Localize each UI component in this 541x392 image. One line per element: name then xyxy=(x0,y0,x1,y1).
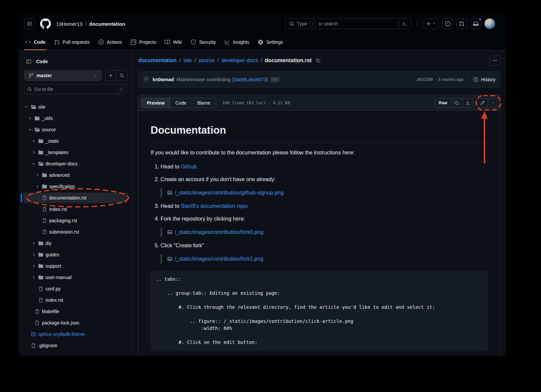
tree-item-submission.rst[interactable]: submission.rst xyxy=(23,227,128,237)
copy-path-button[interactable] xyxy=(313,56,323,65)
tab-security[interactable]: Security xyxy=(187,34,219,50)
image-link[interactable]: /_static/images/contribution/fork1.png xyxy=(175,255,263,263)
tree-item-advanced[interactable]: advanced xyxy=(23,170,128,180)
image-blockquote: /_static/images/contribution/github-sign… xyxy=(161,188,488,198)
copy-raw-button[interactable] xyxy=(451,99,462,107)
tab-wiki[interactable]: Wiki xyxy=(161,34,185,50)
tree-item-index.rst[interactable]: index.rst xyxy=(23,295,128,305)
download-button[interactable] xyxy=(462,99,473,107)
user-avatar[interactable] xyxy=(484,18,495,29)
tree-item-guides[interactable]: guides xyxy=(23,249,128,260)
chevron-down-icon[interactable] xyxy=(31,162,36,166)
image-link[interactable]: /_static/images/contribution/fork0.png xyxy=(175,228,263,236)
raw-button[interactable]: Raw xyxy=(435,99,451,107)
edit-actions-group xyxy=(477,98,498,108)
commit-pr-link[interactable]: Start9Labs#373 xyxy=(233,77,266,82)
tab-insights[interactable]: Insights xyxy=(221,34,252,50)
tree-item-_utils[interactable]: _utils xyxy=(23,113,128,124)
tree-item-developer-docs[interactable]: developer-docs xyxy=(23,158,128,169)
view-tab-preview[interactable]: Preview xyxy=(141,98,170,108)
breadcrumb-link-site[interactable]: site xyxy=(183,57,192,63)
caret-down-icon xyxy=(94,74,97,77)
global-search-input[interactable]: Type / to search xyxy=(285,18,411,29)
step-text: Head to xyxy=(161,203,181,209)
command-palette-icon[interactable] xyxy=(402,21,408,26)
main-content: documentation/site/source/developer-docs… xyxy=(133,50,506,356)
tree-item-diy[interactable]: diy xyxy=(23,238,128,249)
breadcrumb-link-source[interactable]: source xyxy=(198,57,214,63)
tree-item-_static[interactable]: _static xyxy=(23,136,128,146)
add-file-button[interactable] xyxy=(105,71,116,81)
tree-item-index.rst[interactable]: index.rst xyxy=(23,204,128,215)
chevron-right-icon[interactable] xyxy=(28,116,32,120)
slash-keycap: / xyxy=(310,21,316,27)
chevron-right-icon[interactable] xyxy=(31,241,36,245)
commit-author-avatar[interactable] xyxy=(143,76,150,83)
create-new-button[interactable] xyxy=(422,18,439,29)
download-icon xyxy=(465,101,470,105)
breadcrumb-link-documentation[interactable]: documentation xyxy=(138,57,177,63)
chevron-right-icon[interactable] xyxy=(31,253,36,257)
tree-item-_templates[interactable]: _templates xyxy=(23,147,128,158)
breadcrumb-link-developer-docs[interactable]: developer-docs xyxy=(221,57,258,63)
pull-requests-button[interactable] xyxy=(456,18,467,29)
repo-link[interactable]: documentation xyxy=(89,21,125,27)
inbox-button[interactable] xyxy=(470,18,481,29)
tree-item-user-manual[interactable]: user-manual xyxy=(23,272,128,283)
tree-item-source[interactable]: source xyxy=(23,124,128,135)
github-logo[interactable] xyxy=(40,18,51,29)
chevron-right-icon[interactable] xyxy=(31,150,36,154)
collapse-sidebar-button[interactable] xyxy=(24,57,33,66)
step-link[interactable]: Github. xyxy=(181,164,198,169)
tree-item-documentation.rst[interactable]: documentation.rst xyxy=(23,192,128,203)
go-to-file-input[interactable]: Go to file t xyxy=(24,84,127,94)
view-tab-code[interactable]: Code xyxy=(170,98,192,108)
step-link[interactable]: Start9's documentation repo. xyxy=(181,203,249,209)
edit-dropdown-button[interactable] xyxy=(488,99,497,107)
chevron-down-icon[interactable] xyxy=(28,128,32,132)
more-options-button[interactable] xyxy=(490,55,501,66)
issues-button[interactable] xyxy=(442,18,453,29)
chevron-right-icon[interactable] xyxy=(31,139,36,143)
tree-item-site[interactable]: site xyxy=(23,102,128,112)
owner-link[interactable]: 13Homer13 xyxy=(56,21,82,27)
tree-item-support[interactable]: support xyxy=(23,261,128,271)
file-view: PreviewCodeBlame 108 lines (63 loc) · 4.… xyxy=(138,95,501,356)
broken-image-icon xyxy=(167,256,172,261)
history-button[interactable]: History xyxy=(473,77,495,82)
tree-item-sphinx-scylladb-theme[interactable]: sphinx-scylladb-theme xyxy=(23,329,128,340)
instruction-list: Head to Github.Create an account if you … xyxy=(151,163,488,264)
hamburger-menu-button[interactable] xyxy=(24,18,35,29)
chevron-right-icon[interactable] xyxy=(35,173,40,177)
chevron-right-icon[interactable] xyxy=(31,275,36,279)
submodule-icon xyxy=(31,332,36,337)
tab-settings[interactable]: Settings xyxy=(255,34,287,50)
chevron-down-icon[interactable] xyxy=(24,105,29,109)
edit-file-button[interactable] xyxy=(477,99,488,107)
tree-item-label: sphinx-scylladb-theme xyxy=(38,332,85,337)
tree-item-specification[interactable]: specification xyxy=(23,181,128,192)
tree-item-.gitignore[interactable]: .gitignore xyxy=(23,340,128,351)
tree-item-label: Makefile xyxy=(42,309,59,314)
view-tab-blame[interactable]: Blame xyxy=(192,98,216,108)
chevron-right-icon[interactable] xyxy=(31,264,36,268)
expand-commit-message-button[interactable] xyxy=(271,77,279,82)
tree-item-conf.py[interactable]: conf.py xyxy=(23,283,128,294)
tab-projects[interactable]: Projects xyxy=(127,34,160,50)
commit-sha[interactable]: d632269 xyxy=(417,77,433,82)
tab-actions[interactable]: Actions xyxy=(95,34,125,50)
tree-item-Makefile[interactable]: Makefile xyxy=(23,306,128,317)
step-text: Fork the repository by clicking here: xyxy=(161,216,245,222)
branch-selector[interactable]: master xyxy=(24,70,102,81)
image-link[interactable]: /_static/images/contribution/github-sign… xyxy=(175,189,284,197)
tree-item-packaging.rst[interactable]: packaging.rst xyxy=(23,215,128,226)
search-tree-button[interactable] xyxy=(116,71,127,81)
tree-item-package-lock.json[interactable]: package-lock.json xyxy=(23,317,128,328)
tab-code[interactable]: Code xyxy=(22,34,49,50)
folder-icon xyxy=(38,275,43,280)
commit-author[interactable]: kn0wmad xyxy=(153,77,174,82)
github-mark-icon xyxy=(40,18,51,29)
chevron-right-icon[interactable] xyxy=(35,184,40,188)
tab-pull-requests[interactable]: Pull requests xyxy=(51,34,93,50)
instruction-step-3: Head to Start9's documentation repo. xyxy=(161,202,488,210)
